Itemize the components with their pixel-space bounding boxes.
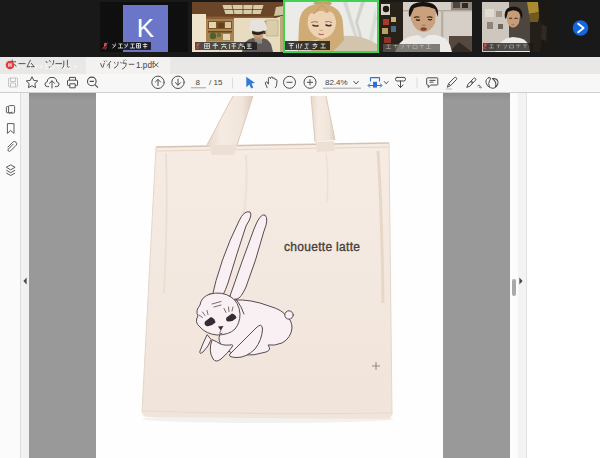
svg-text:chouette latte: chouette latte [284, 240, 360, 254]
svg-text:1.pdf: 1.pdf [136, 61, 155, 70]
svg-text:/ 15: / 15 [209, 78, 223, 87]
svg-text:82.4%: 82.4% [325, 78, 348, 87]
svg-text:8: 8 [196, 78, 201, 87]
